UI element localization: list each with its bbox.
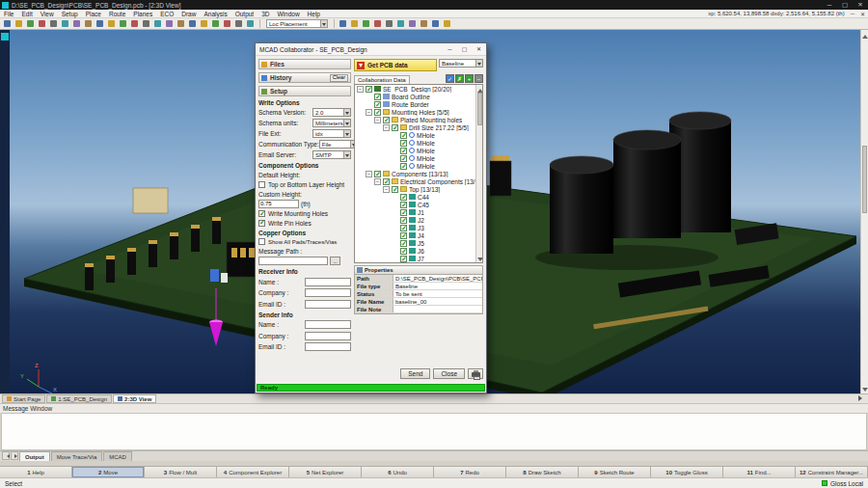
print-icon[interactable]	[37, 18, 47, 29]
write-mounting-holes-checkbox[interactable]	[258, 210, 265, 217]
tree-item[interactable]: −✓SE_PCB_Design [20/20]	[355, 85, 475, 93]
receiver-company-input[interactable]	[305, 288, 351, 297]
baseline-select[interactable]: Baseline	[439, 59, 483, 68]
layer-display-icon[interactable]	[187, 18, 198, 29]
tree-item[interactable]: ✓J4	[355, 231, 475, 239]
expand-all-icon[interactable]: +	[465, 74, 474, 83]
section-files[interactable]: Files	[258, 59, 351, 69]
menu-item-place[interactable]: Place	[82, 10, 105, 18]
sender-name-input[interactable]	[305, 320, 351, 329]
dock-panel-icon[interactable]	[1, 33, 9, 41]
tree-checkbox[interactable]: ✓	[400, 148, 407, 154]
menu-item-3d[interactable]: 3D	[258, 10, 273, 18]
tree-checkbox[interactable]: ✓	[400, 232, 407, 239]
filter-icon[interactable]	[430, 18, 441, 29]
route-icon[interactable]	[210, 18, 221, 29]
get-pcb-data-button[interactable]: Get PCB data	[354, 59, 437, 71]
tree-checkbox[interactable]: ✓	[383, 117, 390, 123]
fkey-1[interactable]: 1 Help	[0, 467, 72, 477]
mdi-minimize-icon[interactable]: ─	[848, 11, 857, 16]
tree-item[interactable]: −✓Drill Size 217.22 [5/5]	[355, 123, 475, 131]
tree-item[interactable]: ✓Route Border	[355, 100, 475, 108]
project-explorer-icon[interactable]	[349, 18, 360, 29]
tree-checkbox[interactable]: ✓	[400, 202, 407, 208]
clear-button[interactable]: Clear	[330, 74, 348, 82]
fkey-9[interactable]: 9 Sketch Route	[579, 467, 651, 477]
menu-item-setup[interactable]: Setup	[58, 10, 82, 18]
menu-item-draw[interactable]: Draw	[177, 10, 200, 18]
tree-item[interactable]: ✓MHole	[355, 154, 475, 162]
tab-scroll-right-icon[interactable]	[11, 451, 18, 460]
scroll-up-icon[interactable]	[862, 31, 868, 37]
tree-checkbox[interactable]: ✓	[400, 132, 407, 139]
zoom-in-icon[interactable]	[129, 18, 140, 29]
tree-item[interactable]: −✓Electrical Components [13/13]	[355, 177, 475, 185]
fkey-6[interactable]: 6 Undo	[362, 467, 434, 477]
select-all-icon[interactable]: ✓	[446, 74, 454, 83]
collaboration-data-tab[interactable]: Collaboration Data	[354, 75, 410, 84]
camera-icon[interactable]	[407, 18, 418, 29]
open-icon[interactable]	[14, 18, 24, 29]
tree-item[interactable]: ✓J5	[355, 239, 475, 247]
tree-checkbox[interactable]: ✓	[400, 209, 407, 216]
view-tab-1[interactable]: Start Page	[2, 394, 45, 403]
paste-icon[interactable]	[71, 18, 82, 29]
gloss-indicator[interactable]: Gloss Local	[822, 480, 863, 487]
message-window-content[interactable]	[1, 413, 867, 450]
mdi-close-icon[interactable]: ✕	[857, 11, 868, 17]
dialog-titlebar[interactable]: MCAD Collaborator - SE_PCB_Design ─ ▢ ✕	[256, 43, 486, 56]
tree-checkbox[interactable]: ✓	[400, 240, 407, 247]
custom-height-input[interactable]	[258, 200, 299, 208]
menu-item-output[interactable]: Output	[231, 10, 258, 18]
fkey-12[interactable]: 12 Constraint Manager...	[796, 467, 868, 477]
scrollbar-thumb[interactable]	[477, 93, 482, 125]
settings-icon[interactable]	[442, 18, 452, 29]
dialog-minimize-icon[interactable]: ─	[443, 43, 457, 55]
close-button[interactable]: Close	[433, 368, 465, 379]
tree-checkbox[interactable]: ✓	[366, 86, 372, 93]
dialog-maximize-icon[interactable]: ▢	[457, 43, 472, 55]
fkey-3[interactable]: 3 Flow / Mult	[145, 467, 217, 477]
place-part-icon[interactable]	[199, 18, 209, 29]
receiver-email-input[interactable]	[305, 300, 351, 309]
tree-item[interactable]: ✓Board Outline	[355, 93, 475, 100]
tree-checkbox[interactable]: ✓	[374, 94, 381, 100]
pan-icon[interactable]	[164, 18, 175, 29]
send-button[interactable]: Send	[400, 368, 430, 379]
sender-company-input[interactable]	[305, 332, 351, 340]
tree-item[interactable]: ✓J7	[355, 255, 475, 262]
menu-item-route[interactable]: Route	[105, 10, 129, 18]
fkey-7[interactable]: 7 Redo	[434, 467, 506, 477]
email-server-select[interactable]: SMTP	[312, 150, 351, 159]
tree-item[interactable]: −✓Components [13/13]	[355, 170, 475, 177]
tree-item[interactable]: ✓MHole	[355, 162, 475, 170]
view-tab-3[interactable]: 2:3D View	[113, 394, 156, 403]
output-window-icon[interactable]	[361, 18, 371, 29]
section-history[interactable]: History Clear	[258, 72, 351, 83]
vertical-scrollbar[interactable]	[860, 30, 868, 393]
tree-checkbox[interactable]: ✓	[392, 186, 398, 193]
top-bottom-height-checkbox[interactable]	[258, 181, 265, 188]
zoom-fit-icon[interactable]	[152, 18, 163, 29]
new-document-icon[interactable]	[2, 18, 13, 29]
3d-view-icon[interactable]	[395, 18, 406, 29]
view-tab-2[interactable]: 1:SE_PCB_Design	[46, 394, 112, 403]
menu-item-file[interactable]: File	[0, 10, 17, 18]
collapse-all-icon[interactable]: −	[475, 74, 483, 83]
menu-item-planes[interactable]: Planes	[129, 10, 156, 18]
select-mode-icon[interactable]	[106, 18, 117, 29]
tree-item[interactable]: ✓C45	[355, 201, 475, 208]
tree-item[interactable]: ✓J2	[355, 216, 475, 224]
tree-checkbox[interactable]: ✓	[400, 225, 407, 231]
tree-scrollbar[interactable]	[475, 85, 482, 262]
add-via-icon[interactable]	[222, 18, 232, 29]
message-window-header[interactable]: Message Window	[0, 403, 868, 413]
tree-checkbox[interactable]: ✓	[374, 109, 381, 116]
sender-email-input[interactable]	[305, 342, 351, 351]
browse-button[interactable]: ...	[330, 257, 340, 265]
panel-tab-output[interactable]: Output	[19, 451, 50, 461]
tree-checkbox[interactable]: ✓	[400, 163, 407, 170]
tree-expand-toggle[interactable]: −	[383, 186, 390, 193]
tree-item[interactable]: ✓J6	[355, 247, 475, 255]
message-path-input[interactable]	[258, 257, 328, 265]
